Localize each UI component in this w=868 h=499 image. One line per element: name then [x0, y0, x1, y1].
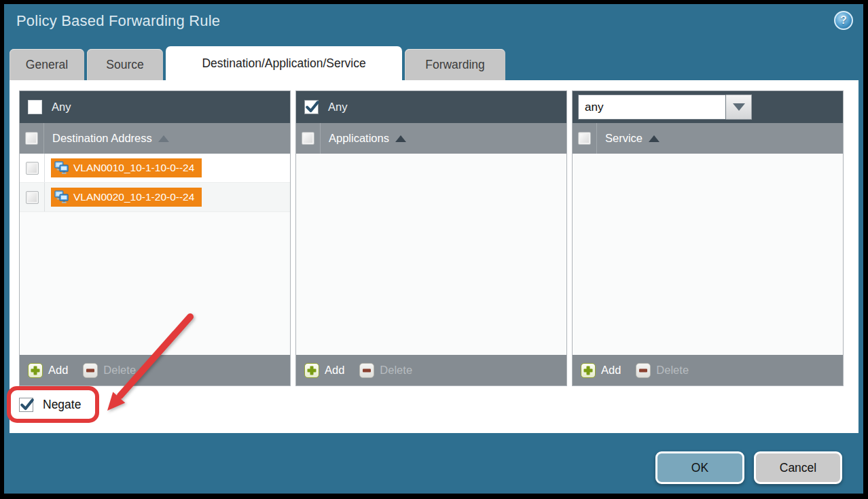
applications-any-checkbox[interactable]	[304, 100, 319, 114]
service-dropdown: any	[578, 94, 752, 120]
row-checkbox-cell	[20, 183, 45, 211]
chevron-down-icon	[733, 103, 745, 111]
tab-bar: General Source Destination/Application/S…	[10, 46, 505, 80]
applications-footer: Add Delete	[296, 355, 566, 385]
tab-destination-application-service[interactable]: Destination/Application/Service	[166, 46, 402, 80]
tab-general[interactable]: General	[10, 49, 84, 80]
destination-any-checkbox[interactable]	[28, 100, 42, 114]
service-header-row: Service	[573, 123, 843, 154]
sort-asc-icon[interactable]	[158, 135, 169, 142]
service-selectall-checkbox[interactable]	[578, 132, 591, 145]
address-object-chip[interactable]: VLAN0010_10-1-10-0--24	[51, 158, 202, 177]
ok-button[interactable]: OK	[655, 451, 744, 484]
destination-header-row: Destination Address	[20, 123, 290, 154]
check-icon	[304, 99, 321, 115]
address-object-label: VLAN0010_10-1-10-0--24	[73, 162, 194, 174]
minus-icon	[359, 363, 374, 378]
network-icon	[54, 161, 69, 175]
delete-button[interactable]: Delete	[83, 363, 136, 378]
applications-header-row: Applications	[296, 123, 566, 154]
negate-row: Negate	[19, 398, 81, 412]
help-icon[interactable]: ?	[834, 11, 853, 30]
check-icon	[19, 396, 35, 413]
add-label: Add	[325, 364, 344, 377]
destination-any-bar: Any	[20, 91, 290, 123]
service-dropdown-button[interactable]	[726, 94, 752, 120]
negate-checkbox[interactable]	[19, 398, 33, 412]
destination-any-label: Any	[52, 101, 71, 114]
applications-selectall-cell	[296, 123, 321, 154]
tab-forwarding[interactable]: Forwarding	[405, 49, 505, 80]
destination-list: VLAN0010_10-1-10-0--24	[20, 154, 290, 355]
applications-header-label[interactable]: Applications	[329, 132, 389, 145]
service-header-label[interactable]: Service	[605, 132, 643, 145]
destination-footer: Add Delete	[20, 355, 290, 385]
add-label: Add	[601, 364, 621, 377]
address-object-chip[interactable]: VLAN0020_10-1-20-0--24	[51, 188, 202, 207]
destination-header-label[interactable]: Destination Address	[52, 132, 152, 145]
columns-container: Any Destination Address	[19, 90, 844, 386]
add-label: Add	[48, 364, 68, 377]
delete-label: Delete	[380, 364, 412, 377]
plus-icon	[28, 363, 43, 378]
service-footer: Add Delete	[573, 355, 843, 385]
add-button[interactable]: Add	[28, 363, 68, 378]
service-list	[573, 154, 843, 355]
tab-source[interactable]: Source	[87, 49, 163, 80]
add-button[interactable]: Add	[581, 363, 621, 378]
screenshot-root: Policy Based Forwarding Rule ? General S…	[0, 0, 868, 499]
minus-icon	[636, 363, 651, 378]
destination-row-1[interactable]: VLAN0010_10-1-10-0--24	[20, 154, 290, 183]
address-object-label: VLAN0020_10-1-20-0--24	[73, 191, 194, 203]
destination-column: Any Destination Address	[19, 90, 291, 386]
applications-list	[296, 154, 566, 355]
sort-asc-icon[interactable]	[395, 135, 406, 142]
sort-asc-icon[interactable]	[649, 135, 659, 142]
applications-any-bar: Any	[296, 91, 566, 123]
row-checkbox-cell	[20, 154, 45, 182]
add-button[interactable]: Add	[304, 363, 344, 378]
service-selectall-cell	[573, 123, 597, 154]
delete-button[interactable]: Delete	[636, 363, 689, 378]
destination-selectall-checkbox[interactable]	[25, 132, 38, 145]
network-icon	[54, 190, 69, 204]
plus-icon	[581, 363, 596, 378]
service-dropdown-bar: any	[573, 91, 843, 123]
negate-label: Negate	[43, 398, 81, 412]
destination-row-2[interactable]: VLAN0020_10-1-20-0--24	[20, 183, 290, 212]
dialog-title: Policy Based Forwarding Rule	[16, 12, 220, 30]
destination-selectall-cell	[20, 123, 44, 154]
row-checkbox[interactable]	[26, 162, 39, 175]
cancel-button[interactable]: Cancel	[754, 451, 842, 484]
pbf-rule-dialog: Policy Based Forwarding Rule ? General S…	[4, 4, 863, 494]
delete-label: Delete	[656, 364, 689, 377]
service-dropdown-value[interactable]: any	[578, 94, 726, 120]
tab-content-panel: Any Destination Address	[10, 80, 858, 433]
plus-icon	[304, 363, 319, 378]
applications-selectall-checkbox[interactable]	[302, 132, 314, 145]
minus-icon	[83, 363, 98, 378]
delete-label: Delete	[103, 364, 136, 377]
row-checkbox[interactable]	[26, 191, 39, 204]
applications-column: Any Applications Add	[295, 90, 567, 386]
applications-any-label: Any	[328, 101, 347, 114]
help-glyph: ?	[840, 14, 847, 27]
delete-button[interactable]: Delete	[359, 363, 412, 378]
service-column: any Service	[572, 90, 844, 386]
